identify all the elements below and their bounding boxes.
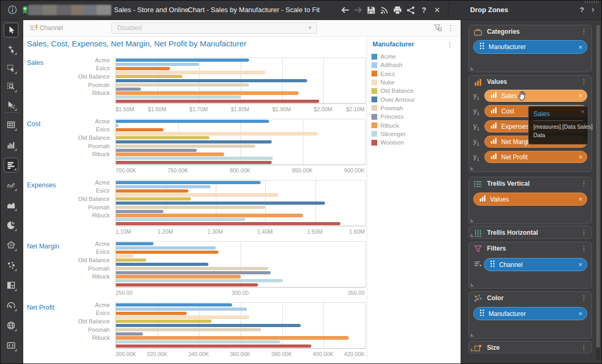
field-pill-net-profit[interactable]: Net Profit× <box>484 151 587 163</box>
bar-nuke[interactable] <box>116 71 265 74</box>
bar-acme[interactable] <box>116 303 232 306</box>
bar-esics[interactable] <box>116 128 164 131</box>
menu-dots-icon[interactable]: ⋮ <box>580 25 587 38</box>
bar-woolson[interactable] <box>116 344 311 348</box>
scatter-chart-button[interactable] <box>4 258 18 273</box>
column-chart-button[interactable] <box>4 138 18 152</box>
remove-field-icon[interactable]: × <box>578 154 582 160</box>
bar-poomah[interactable] <box>116 206 265 209</box>
save-icon[interactable] <box>365 3 378 17</box>
publish-icon[interactable] <box>378 3 391 17</box>
info-icon[interactable] <box>7 5 17 17</box>
bar-princess[interactable] <box>116 271 271 274</box>
bar-chart-button[interactable] <box>4 158 18 173</box>
channel-filter-dropdown[interactable]: Disabled ▼ <box>111 22 317 34</box>
bar-adihash[interactable] <box>116 63 199 66</box>
remove-field-icon[interactable]: × <box>578 261 582 268</box>
bar-slicenger[interactable] <box>116 279 283 282</box>
field-pill-manufacturer[interactable]: Manufacturer× <box>473 40 587 54</box>
bar-princess[interactable] <box>116 210 164 213</box>
bar-over-armour[interactable] <box>116 263 208 266</box>
bar-princess[interactable] <box>116 149 197 152</box>
bar-princess[interactable] <box>116 88 141 91</box>
bar-over-armour[interactable] <box>116 202 325 205</box>
bar-poomah[interactable] <box>116 328 261 331</box>
remove-field-icon[interactable]: × <box>578 310 582 317</box>
bar-old-balance[interactable] <box>116 320 212 323</box>
marquee-select-button[interactable] <box>4 61 18 75</box>
bar-adihash[interactable] <box>116 308 247 311</box>
bar-princess[interactable] <box>116 332 143 336</box>
bar-over-armour[interactable] <box>116 79 307 82</box>
menu-dots-icon[interactable]: ⋮ <box>580 75 587 88</box>
bar-slicenger[interactable] <box>116 95 241 99</box>
bar-poomah[interactable] <box>116 267 268 270</box>
scrollbar-thumb[interactable] <box>596 25 600 348</box>
bar-adihash[interactable] <box>116 246 216 250</box>
chevron-right-icon[interactable]: › <box>591 1 595 20</box>
bar-woolson[interactable] <box>116 161 272 164</box>
bar-poomah[interactable] <box>116 145 255 148</box>
bar-slicenger[interactable] <box>116 340 280 343</box>
bar-old-balance[interactable] <box>116 258 146 262</box>
bar-esics[interactable] <box>116 67 170 70</box>
menu-dots-icon[interactable]: ⋮ <box>580 177 587 190</box>
bar-acme[interactable] <box>116 181 261 184</box>
bar-acme[interactable] <box>116 242 154 245</box>
bar-over-armour[interactable] <box>116 140 272 143</box>
menu-dots-icon[interactable]: ⋮ <box>580 226 587 239</box>
bar-esics[interactable] <box>116 189 188 193</box>
bar-acme[interactable] <box>116 59 249 62</box>
crosstab-button[interactable] <box>4 118 18 132</box>
pie-chart-button[interactable] <box>4 218 18 233</box>
area-chart-button[interactable] <box>4 198 18 213</box>
funnel-icon[interactable] <box>433 23 443 35</box>
remove-field-icon[interactable]: × <box>578 196 582 203</box>
bar-ribuck[interactable] <box>116 91 299 94</box>
bar-woolson[interactable] <box>116 222 340 225</box>
line-chart-button[interactable] <box>4 178 18 193</box>
radar-chart-button[interactable] <box>4 238 18 253</box>
bar-woolson[interactable] <box>116 283 258 286</box>
add-point-button[interactable] <box>4 42 18 56</box>
field-pill-manufacturer[interactable]: Manufacturer× <box>473 307 587 320</box>
menu-dots-icon[interactable]: ⋮ <box>580 292 587 304</box>
back-icon[interactable] <box>338 3 351 17</box>
bar-nuke[interactable] <box>116 315 249 319</box>
bar-ribuck[interactable] <box>116 275 241 278</box>
treemap-button[interactable] <box>4 278 18 293</box>
menu-dots-icon[interactable]: ⋮ <box>447 20 454 36</box>
tooltip-close-icon[interactable]: × <box>581 108 585 116</box>
bar-over-armour[interactable] <box>116 324 301 327</box>
remove-field-icon[interactable]: × <box>578 92 582 99</box>
bar-old-balance[interactable] <box>116 197 191 200</box>
menu-dots-icon[interactable]: ⋮ <box>446 41 453 49</box>
geo-map-button[interactable] <box>4 318 18 333</box>
menu-dots-icon[interactable]: ⋮ <box>580 341 587 354</box>
bar-ribuck[interactable] <box>116 336 349 339</box>
bar-woolson[interactable] <box>116 100 319 103</box>
field-pill-channel[interactable]: Channel× <box>484 258 587 271</box>
bar-slicenger[interactable] <box>116 157 273 160</box>
help-icon[interactable]: ? <box>417 3 431 17</box>
remove-field-icon[interactable]: × <box>578 44 582 51</box>
bar-nuke[interactable] <box>116 254 133 257</box>
bar-poomah[interactable] <box>116 83 249 87</box>
bar-ribuck[interactable] <box>116 152 224 156</box>
print-icon[interactable] <box>391 3 404 17</box>
field-pill-values[interactable]: Values× <box>473 193 587 206</box>
close-icon[interactable]: × <box>431 3 444 17</box>
bar-old-balance[interactable] <box>116 136 209 139</box>
bar-adihash[interactable] <box>116 124 119 127</box>
field-pill-sales[interactable]: Sales× <box>484 90 587 102</box>
share-icon[interactable] <box>404 3 417 17</box>
scrollbar-track[interactable] <box>596 24 600 360</box>
gauge-button[interactable] <box>4 298 18 313</box>
bar-adihash[interactable] <box>116 185 211 188</box>
bar-nuke[interactable] <box>116 132 318 135</box>
zoom-select-button[interactable] <box>4 79 18 94</box>
bar-old-balance[interactable] <box>116 75 183 78</box>
bar-esics[interactable] <box>116 312 187 315</box>
bar-slicenger[interactable] <box>116 218 245 221</box>
bar-ribuck[interactable] <box>116 214 303 217</box>
